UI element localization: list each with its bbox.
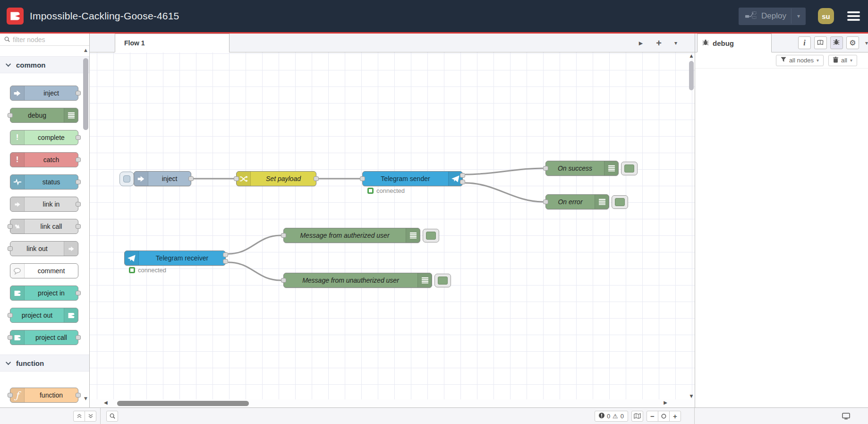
tab-scroll-right-button[interactable]: ▶ <box>633 34 649 52</box>
node-port[interactable] <box>281 233 286 238</box>
node-port[interactable] <box>223 252 228 257</box>
scroll-right-arrow[interactable]: ▶ <box>664 400 667 405</box>
palette-expand-all-button[interactable] <box>85 411 96 422</box>
flow-node-on-success[interactable]: On success <box>545 161 619 176</box>
issue-counters: 0 ⚠ 0 <box>595 411 628 422</box>
circle-icon <box>661 414 666 419</box>
debug-output-icon <box>417 273 432 287</box>
flow-list-caret[interactable]: ▾ <box>668 34 684 52</box>
canvas-vertical-scrollbar[interactable]: ▲ ▼ <box>688 52 695 399</box>
palette-node-status[interactable]: status <box>10 174 78 190</box>
node-port[interactable] <box>460 180 465 184</box>
debug-output-icon <box>604 161 618 175</box>
monitor-icon <box>842 413 850 420</box>
debug-filter-button[interactable]: all nodes ▾ <box>776 55 824 66</box>
node-port[interactable] <box>188 176 194 181</box>
sidebar-tabbar: debug i ⚙ ▾ <box>695 34 868 52</box>
scroll-down-arrow[interactable]: ▼ <box>688 394 695 398</box>
sidebar-debug-button[interactable] <box>830 36 843 49</box>
search-icon <box>110 413 115 419</box>
palette-collapse-all-button[interactable] <box>73 411 85 422</box>
deploy-label: Deploy <box>761 11 786 21</box>
open-debug-window-button[interactable] <box>842 413 850 420</box>
node-port[interactable] <box>281 278 286 283</box>
scroll-down-arrow[interactable]: ▼ <box>83 396 89 401</box>
tab-debug[interactable]: debug <box>697 34 772 52</box>
node-port[interactable] <box>543 166 548 171</box>
scroll-up-arrow[interactable]: ▲ <box>688 53 695 58</box>
node-port <box>8 113 13 118</box>
palette-category-common[interactable]: common <box>0 56 89 73</box>
main-menu-button[interactable] <box>847 11 860 21</box>
status-dot-icon <box>367 188 374 194</box>
palette-node-debug[interactable]: debug <box>10 108 78 123</box>
flow-node-on-error[interactable]: On error <box>545 194 609 209</box>
palette-node-complete[interactable]: ! complete <box>10 130 78 145</box>
palette-node-catch[interactable]: ! catch <box>10 152 78 167</box>
canvas-hscrollbar-thumb[interactable] <box>117 401 249 406</box>
flow-canvas[interactable]: inject Set payload Telegram sender <box>90 52 695 399</box>
debug-enable-toggle[interactable] <box>621 162 638 175</box>
palette-category-function[interactable]: function <box>0 355 89 372</box>
palette-node-project-out[interactable]: project out <box>10 308 78 323</box>
wires <box>90 52 695 399</box>
canvas-footer: 0 ⚠ 0 − + <box>101 408 695 424</box>
flow-node-telegram-receiver[interactable]: Telegram receiver <box>124 251 226 266</box>
palette-scrollbar[interactable]: ▲ ▼ <box>83 48 89 401</box>
chevron-down-icon <box>6 360 11 365</box>
deploy-options-caret[interactable]: ▾ <box>791 9 806 24</box>
warning-count: 0 <box>621 413 624 420</box>
flow-node-inject[interactable]: inject <box>134 171 191 186</box>
sidebar-menu-caret[interactable]: ▾ <box>865 40 868 46</box>
heartbeat-icon <box>10 175 25 189</box>
scroll-left-arrow[interactable]: ◀ <box>104 400 108 405</box>
debug-messages-panel <box>695 69 868 407</box>
flow-node-set-payload[interactable]: Set payload <box>236 171 316 186</box>
sidebar-info-button[interactable]: i <box>798 36 811 49</box>
node-port[interactable] <box>234 176 239 181</box>
palette-node-inject[interactable]: inject <box>10 86 78 101</box>
flow-node-telegram-sender[interactable]: Telegram sender <box>362 171 463 186</box>
add-flow-button[interactable]: + <box>651 34 667 52</box>
palette-node-comment[interactable]: comment <box>10 263 78 278</box>
node-port[interactable] <box>314 176 319 181</box>
project-icon <box>10 286 25 300</box>
sidebar-help-button[interactable] <box>814 36 827 49</box>
navigator-toggle-button[interactable] <box>631 411 643 422</box>
palette-node-link-call[interactable]: link call <box>10 219 78 234</box>
debug-clear-button[interactable]: all ▾ <box>828 55 857 66</box>
palette-node-link-in[interactable]: link in <box>10 197 78 212</box>
canvas-horizontal-scrollbar[interactable]: ◀ ▶ <box>90 399 695 407</box>
debug-enable-toggle[interactable] <box>423 229 439 242</box>
tab-flow-1[interactable]: Flow 1 <box>115 34 230 52</box>
user-avatar[interactable]: su <box>818 8 834 24</box>
sidebar-config-button[interactable]: ⚙ <box>846 36 859 49</box>
palette-node-function[interactable]: ƒ function <box>10 388 78 403</box>
palette-filter-input[interactable] <box>13 36 69 43</box>
debug-enable-toggle[interactable] <box>612 195 628 209</box>
book-icon <box>817 39 824 47</box>
scroll-up-arrow[interactable]: ▲ <box>83 48 89 52</box>
flow-node-msg-unauthorized[interactable]: Message from unautherized user <box>283 273 432 288</box>
canvas-search-button[interactable] <box>106 411 118 422</box>
flow-node-msg-authorized[interactable]: Message from autherized user <box>283 228 420 243</box>
telegram-plane-icon <box>125 251 139 265</box>
zoom-in-button[interactable]: + <box>669 411 681 422</box>
deploy-button[interactable]: Deploy ▾ <box>739 8 806 25</box>
trash-icon <box>833 57 838 64</box>
palette-node-link-out[interactable]: link out <box>10 241 78 256</box>
node-port[interactable] <box>460 173 465 178</box>
node-port[interactable] <box>223 259 228 264</box>
node-port[interactable] <box>543 199 548 204</box>
palette-node-project-call[interactable]: project call <box>10 330 78 345</box>
palette-scrollbar-thumb[interactable] <box>83 58 88 130</box>
palette-node-project-in[interactable]: project in <box>10 286 78 301</box>
zoom-reset-button[interactable] <box>658 411 670 422</box>
canvas-vscrollbar-thumb[interactable] <box>689 61 694 90</box>
inject-trigger-button[interactable] <box>119 172 134 186</box>
zoom-out-button[interactable]: − <box>647 411 658 422</box>
node-port[interactable] <box>360 176 365 181</box>
header: Impossible-Cackling-Goose-4615 Deploy ▾ … <box>0 0 868 34</box>
sidebar-footer <box>695 408 868 424</box>
debug-enable-toggle[interactable] <box>434 274 451 287</box>
